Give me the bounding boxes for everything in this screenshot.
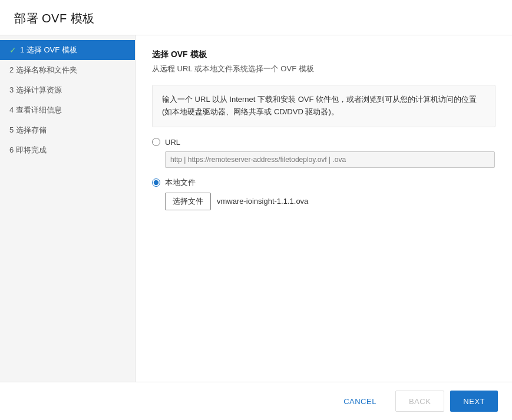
main-content: 选择 OVF 模板 从远程 URL 或本地文件系统选择一个 OVF 模板 输入一… bbox=[136, 35, 512, 382]
sidebar-item-step4[interactable]: 4 查看详细信息 bbox=[0, 100, 135, 120]
local-file-option: 本地文件 选择文件 vmware-ioinsight-1.1.1.ova bbox=[152, 177, 496, 210]
local-file-radio[interactable] bbox=[152, 178, 160, 187]
sidebar-item-label-step1: 1 选择 OVF 模板 bbox=[20, 45, 77, 55]
sidebar-item-step2[interactable]: 2 选择名称和文件夹 bbox=[0, 60, 135, 80]
sidebar-item-label-step5: 5 选择存储 bbox=[9, 125, 47, 135]
sidebar-item-label-step3: 3 选择计算资源 bbox=[9, 85, 62, 95]
sidebar-item-step6[interactable]: 6 即将完成 bbox=[0, 140, 135, 160]
url-radio[interactable] bbox=[152, 138, 160, 146]
dialog-title: 部署 OVF 模板 bbox=[14, 11, 498, 27]
local-file-option-text: 本地文件 bbox=[165, 177, 196, 188]
deploy-ovf-dialog: 部署 OVF 模板 ✓ 1 选择 OVF 模板 2 选择名称和文件夹 3 选择计… bbox=[0, 0, 512, 420]
section-subtitle: 从远程 URL 或本地文件系统选择一个 OVF 模板 bbox=[152, 64, 496, 74]
section-title: 选择 OVF 模板 bbox=[152, 49, 496, 60]
sidebar-item-label-step4: 4 查看详细信息 bbox=[9, 105, 62, 115]
next-button[interactable]: NEXT bbox=[450, 391, 498, 412]
dialog-footer: CANCEL BACK NEXT bbox=[0, 382, 512, 420]
url-radio-label[interactable]: URL bbox=[152, 138, 496, 147]
url-input[interactable] bbox=[165, 151, 495, 168]
file-section: 选择文件 vmware-ioinsight-1.1.1.ova bbox=[165, 193, 496, 210]
check-icon-step1: ✓ bbox=[9, 45, 16, 55]
file-name-display: vmware-ioinsight-1.1.1.ova bbox=[217, 197, 308, 206]
sidebar-item-step3[interactable]: 3 选择计算资源 bbox=[0, 80, 135, 100]
sidebar-item-step5[interactable]: 5 选择存储 bbox=[0, 120, 135, 140]
cancel-button[interactable]: CANCEL bbox=[331, 391, 389, 412]
url-option: URL bbox=[152, 138, 496, 168]
local-file-radio-label[interactable]: 本地文件 bbox=[152, 177, 496, 188]
url-option-text: URL bbox=[165, 138, 180, 147]
description-box: 输入一个 URL 以从 Internet 下载和安装 OVF 软件包，或者浏览到… bbox=[152, 85, 496, 127]
sidebar-item-label-step2: 2 选择名称和文件夹 bbox=[9, 65, 77, 75]
radio-group: URL 本地文件 选择文件 vmware-ioinsight-1.1.1.ova bbox=[152, 138, 496, 210]
choose-file-button[interactable]: 选择文件 bbox=[165, 193, 211, 210]
sidebar-item-label-step6: 6 即将完成 bbox=[9, 145, 47, 156]
sidebar: ✓ 1 选择 OVF 模板 2 选择名称和文件夹 3 选择计算资源 4 查看详细… bbox=[0, 35, 136, 382]
back-button[interactable]: BACK bbox=[395, 391, 444, 412]
dialog-header: 部署 OVF 模板 bbox=[0, 0, 512, 35]
dialog-body: ✓ 1 选择 OVF 模板 2 选择名称和文件夹 3 选择计算资源 4 查看详细… bbox=[0, 35, 512, 382]
sidebar-item-step1[interactable]: ✓ 1 选择 OVF 模板 bbox=[0, 40, 135, 60]
